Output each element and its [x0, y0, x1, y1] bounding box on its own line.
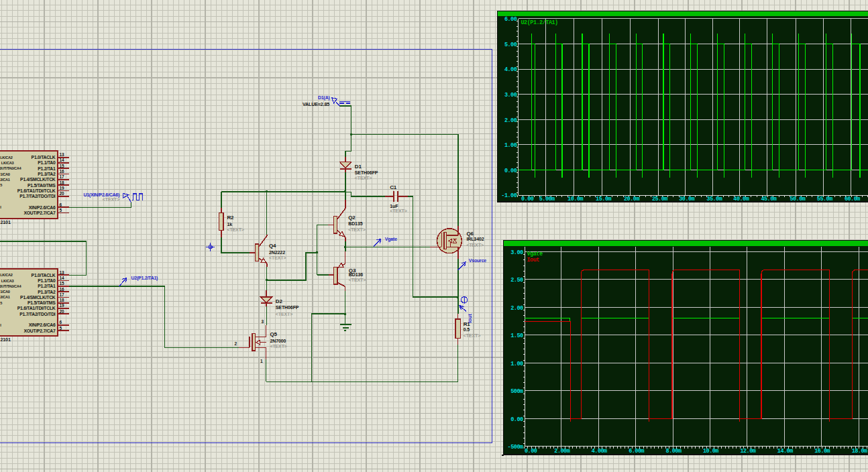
svg-text:19: 19: [60, 303, 64, 308]
svg-text:P1.5/TA0/TMS: P1.5/TA0/TMS: [28, 300, 56, 305]
svg-text:1.50: 1.50: [510, 333, 523, 339]
svg-text:<TEXT>: <TEXT>: [227, 227, 243, 232]
svg-text:5.00m: 5.00m: [539, 196, 555, 202]
svg-text:4.00m: 4.00m: [592, 448, 607, 455]
svg-text:5: 5: [60, 326, 62, 331]
svg-text:2.50: 2.50: [510, 277, 523, 284]
svg-text:P1.6/TA1/TDI/TCLK: P1.6/TA1/TDI/TCLK: [17, 188, 56, 193]
svg-text:2N7000: 2N7000: [270, 339, 286, 343]
svg-text:<TEXT>: <TEXT>: [103, 197, 119, 202]
svg-text:2: 2: [235, 341, 237, 346]
svg-text:2/CA1: 2/CA1: [0, 178, 10, 182]
svg-text:35.0m: 35.0m: [706, 196, 722, 202]
svg-text:15: 15: [60, 281, 64, 286]
svg-text:1: 1: [260, 359, 263, 363]
svg-text:17: 17: [60, 292, 64, 297]
svg-text:6: 6: [60, 320, 62, 324]
svg-text:LK/CA3: LK/CA3: [1, 279, 14, 283]
svg-text:P1.1/TA0: P1.1/TA0: [38, 278, 56, 283]
svg-text:5: 5: [0, 301, 2, 305]
svg-text:XIN/P2.6/CA6: XIN/P2.6/CA6: [29, 322, 56, 327]
svg-text:P1.5/TA0/TMS: P1.5/TA0/TMS: [28, 183, 56, 188]
svg-text:20: 20: [60, 191, 64, 196]
svg-text:1.00: 1.00: [510, 361, 523, 367]
svg-text:<TEXT>: <TEXT>: [349, 278, 366, 282]
svg-text:3.00: 3.00: [504, 92, 517, 99]
svg-text:8.00m: 8.00m: [666, 448, 682, 455]
svg-text:SETH06FP: SETH06FP: [276, 305, 299, 310]
svg-text:XIN/P2.6/CA6: XIN/P2.6/CA6: [29, 205, 56, 210]
svg-text:18.0m: 18.0m: [852, 448, 867, 455]
svg-text:P1.4/SMCLK/TCK: P1.4/SMCLK/TCK: [20, 177, 56, 182]
svg-text:2.00m: 2.00m: [554, 448, 569, 455]
svg-text:D1(A): D1(A): [318, 95, 330, 101]
svg-text:LK/CA2: LK/CA2: [0, 156, 13, 160]
svg-text:LK/CA3: LK/CA3: [1, 161, 14, 165]
svg-text:14.0m: 14.0m: [777, 448, 793, 455]
svg-text:19: 19: [60, 186, 64, 190]
svg-text:14: 14: [60, 158, 64, 162]
svg-text:P1.7/TA2/TDO/TDI: P1.7/TA2/TDO/TDI: [19, 312, 56, 316]
svg-text:14: 14: [60, 276, 64, 280]
svg-text:Iout: Iout: [527, 257, 540, 263]
svg-text:P1.2/TA1: P1.2/TA1: [38, 284, 56, 288]
svg-text:1/CA0: 1/CA0: [0, 290, 10, 294]
svg-text:-500m: -500m: [508, 444, 523, 451]
svg-text:10.0m: 10.0m: [703, 448, 718, 455]
svg-text:<TEXT>: <TEXT>: [466, 243, 483, 247]
svg-text:SETH06FP: SETH06FP: [355, 170, 378, 175]
svg-text:25.0m: 25.0m: [652, 196, 667, 202]
svg-text:50.0m: 50.0m: [790, 196, 805, 202]
svg-text:16: 16: [60, 287, 64, 292]
svg-text:10.0m: 10.0m: [567, 196, 583, 202]
svg-text:Q4: Q4: [269, 243, 276, 249]
svg-text:45.0m: 45.0m: [761, 196, 776, 202]
svg-text:2N2222: 2N2222: [269, 250, 285, 255]
svg-text:P1.2/TA1: P1.2/TA1: [38, 166, 56, 171]
svg-text:<TEXT>: <TEXT>: [348, 227, 365, 232]
svg-text:2.00: 2.00: [504, 117, 517, 124]
svg-text:2.00: 2.00: [510, 305, 523, 312]
svg-text:5.00: 5.00: [504, 42, 517, 48]
svg-text:R2: R2: [227, 215, 234, 221]
svg-text:P1.4/SMCLK/TCK: P1.4/SMCLK/TCK: [20, 295, 56, 300]
svg-text:30.0m: 30.0m: [679, 196, 694, 202]
svg-text:<TEXT>: <TEXT>: [390, 209, 406, 213]
svg-text:60.0m: 60.0m: [845, 196, 860, 202]
svg-text:LK/CA2: LK/CA2: [0, 273, 13, 277]
svg-text:2/CA1: 2/CA1: [0, 295, 10, 299]
svg-text:4.00: 4.00: [504, 66, 517, 73]
svg-text:U1(XIN/P2.6/CA6): U1(XIN/P2.6/CA6): [83, 192, 119, 198]
svg-text:15: 15: [60, 164, 64, 168]
svg-text:20: 20: [60, 309, 64, 314]
svg-text:0UT/TA0/CA4: 0UT/TA0/CA4: [0, 284, 21, 288]
svg-text:0.5: 0.5: [464, 327, 470, 332]
svg-text:U2(P1.2/TA1): U2(P1.2/TA1): [521, 19, 558, 26]
svg-text:Q2: Q2: [348, 215, 356, 221]
svg-text:3: 3: [262, 319, 264, 324]
svg-text:Vgate: Vgate: [385, 237, 397, 242]
svg-text:D1: D1: [355, 164, 362, 170]
svg-text:1k: 1k: [227, 222, 232, 227]
svg-text:18: 18: [60, 180, 64, 185]
svg-text:0.00: 0.00: [510, 416, 523, 423]
svg-text:17: 17: [60, 174, 64, 179]
svg-text:<TEXT>: <TEXT>: [269, 255, 286, 260]
svg-text:<TEXT>: <TEXT>: [355, 176, 372, 180]
svg-text:1/CA0: 1/CA0: [0, 172, 10, 176]
svg-text:2101: 2101: [1, 337, 11, 343]
svg-text:13: 13: [60, 270, 64, 275]
svg-text:BD136: BD136: [349, 272, 363, 277]
svg-text:16: 16: [60, 169, 64, 174]
svg-text:Q5: Q5: [270, 331, 277, 337]
svg-text:12.0m: 12.0m: [740, 448, 755, 455]
svg-text:3.00: 3.00: [510, 249, 523, 256]
svg-text:<TEXT>: <TEXT>: [464, 333, 480, 338]
svg-text:6.00: 6.00: [504, 16, 517, 23]
svg-text:13: 13: [60, 152, 64, 157]
svg-text:U2(P1.2/TA1): U2(P1.2/TA1): [131, 276, 158, 281]
svg-text:1uF: 1uF: [390, 204, 398, 209]
svg-text:0.00: 0.00: [504, 168, 517, 174]
svg-text:0.00: 0.00: [521, 196, 534, 202]
svg-text:5: 5: [0, 183, 2, 187]
